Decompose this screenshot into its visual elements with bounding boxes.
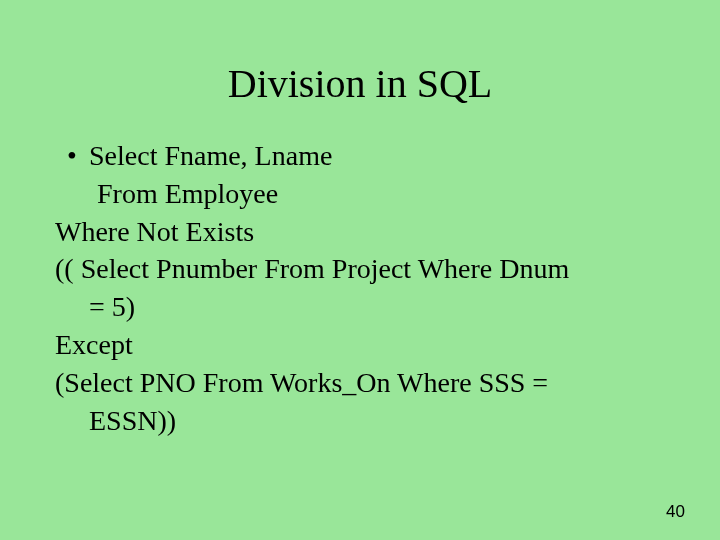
body-text-part: (Select PNO From Works_On Where SSS = bbox=[55, 367, 548, 398]
body-line-1: • Select Fname, Lname bbox=[55, 137, 665, 175]
page-number: 40 bbox=[666, 502, 685, 522]
body-text-part: (( Select Pnumber From Project Where Dnu… bbox=[55, 253, 569, 284]
body-line-6: (Select PNO From Works_On Where SSS = ES… bbox=[55, 364, 665, 440]
slide-body: • Select Fname, Lname From Employee Wher… bbox=[55, 137, 665, 439]
bullet-icon: • bbox=[55, 137, 89, 175]
body-text: Select Fname, Lname bbox=[89, 137, 665, 175]
body-text: (Select PNO From Works_On Where SSS = ES… bbox=[55, 364, 665, 440]
body-text: (( Select Pnumber From Project Where Dnu… bbox=[55, 250, 665, 326]
body-text: Except bbox=[55, 326, 665, 364]
body-line-4: (( Select Pnumber From Project Where Dnu… bbox=[55, 250, 665, 326]
body-text-part: ESSN)) bbox=[55, 405, 176, 436]
slide-title: Division in SQL bbox=[55, 60, 665, 107]
body-text: Where Not Exists bbox=[55, 213, 665, 251]
body-line-2: From Employee bbox=[55, 175, 665, 213]
body-line-3: Where Not Exists bbox=[55, 213, 665, 251]
body-text: From Employee bbox=[97, 175, 665, 213]
indent-spacer bbox=[55, 175, 97, 213]
body-text-part: = 5) bbox=[55, 291, 135, 322]
body-line-5: Except bbox=[55, 326, 665, 364]
slide: Division in SQL • Select Fname, Lname Fr… bbox=[0, 0, 720, 540]
